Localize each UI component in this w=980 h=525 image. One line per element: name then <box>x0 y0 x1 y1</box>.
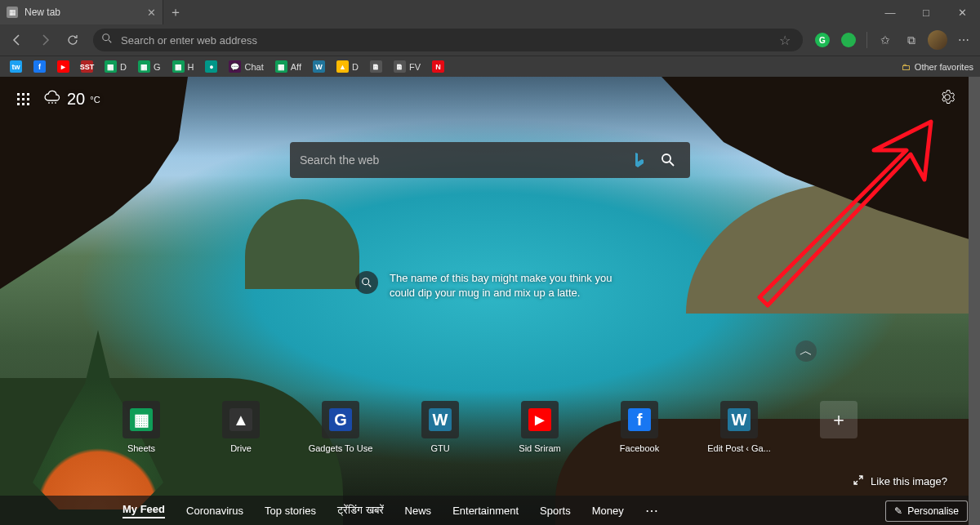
tab-favicon: ▦ <box>7 7 18 18</box>
feed-tab[interactable]: Top stories <box>265 505 316 517</box>
tile-icon: W <box>720 401 758 438</box>
feed-tab[interactable]: News <box>405 505 432 517</box>
vertical-scrollbar[interactable] <box>969 77 980 525</box>
svg-rect-6 <box>27 98 29 100</box>
bookmark-label: Chat <box>244 62 263 72</box>
bookmark-icon: W <box>313 60 325 73</box>
bookmark-icon: ● <box>205 60 217 73</box>
bookmark-item[interactable]: 💬Chat <box>225 59 266 74</box>
feed-tab[interactable]: ट्रेंडिंग खबरें <box>337 504 384 517</box>
feed-tab[interactable]: Money <box>592 505 624 517</box>
bookmark-icon: 💬 <box>229 60 241 73</box>
bookmark-item[interactable]: f <box>30 59 49 74</box>
bookmark-item[interactable]: ► <box>54 59 73 74</box>
other-favorites-folder[interactable]: 🗀 Other favorites <box>902 62 973 72</box>
bookmark-item[interactable]: ▦H <box>169 59 198 74</box>
svg-rect-2 <box>22 93 24 96</box>
page-settings-gear-icon[interactable] <box>939 89 956 109</box>
feed-nav-bar: My FeedCoronavirusTop storiesट्रेंडिंग ख… <box>0 496 980 525</box>
svg-rect-3 <box>27 93 29 96</box>
collections-button[interactable]: ⧉ <box>900 29 923 51</box>
new-tab-page: 20°C Search the web The name of this bay… <box>0 77 980 525</box>
tile-label: Edit Post ‹ Ga... <box>707 443 771 453</box>
svg-rect-5 <box>22 98 24 100</box>
bookmark-item[interactable]: 🗎FV <box>390 59 424 74</box>
search-placeholder: Search the web <box>300 153 623 167</box>
hint-search-icon <box>355 271 378 294</box>
bookmark-icon: ▦ <box>105 60 117 73</box>
app-launcher-icon[interactable] <box>16 92 31 107</box>
bookmark-item[interactable]: 🗎 <box>367 59 385 74</box>
tile-label: GTU <box>430 443 449 453</box>
favorites-button[interactable]: ✩ <box>874 29 897 51</box>
bookmark-label: D <box>352 62 359 72</box>
image-hint[interactable]: The name of this bay might make you thin… <box>355 271 625 300</box>
feed-tab[interactable]: Entertainment <box>452 505 519 517</box>
bookmark-icon: ► <box>57 60 69 73</box>
svg-rect-1 <box>17 93 20 96</box>
tile-icon: f <box>621 401 658 438</box>
bookmark-icon: 🗎 <box>370 60 382 73</box>
address-bar[interactable]: Search or enter web address ☆ <box>93 29 803 51</box>
quick-link-tile[interactable]: WGTU <box>407 401 474 453</box>
bing-logo-icon <box>633 152 646 168</box>
bookmark-icon: ▦ <box>172 60 185 73</box>
refresh-button[interactable] <box>60 28 85 52</box>
tile-label: Sheets <box>127 443 155 453</box>
close-window-button[interactable]: ✕ <box>944 0 980 24</box>
weather-temp: 20 <box>67 90 85 109</box>
feed-more-button[interactable]: ⋯ <box>645 503 660 518</box>
quick-link-tile[interactable]: fFacebook <box>606 401 673 453</box>
bookmark-item[interactable]: ▦Aff <box>272 59 305 74</box>
bookmark-label: D <box>120 62 127 72</box>
weather-widget[interactable]: 20°C <box>42 89 100 109</box>
menu-button[interactable]: ⋯ <box>952 29 975 51</box>
minimize-button[interactable]: — <box>872 0 908 24</box>
weather-unit: °C <box>90 95 100 105</box>
bookmark-item[interactable]: ▦G <box>135 59 164 74</box>
bookmark-label: Aff <box>291 62 301 72</box>
favorite-star-icon[interactable]: ☆ <box>775 33 795 48</box>
svg-point-0 <box>103 34 109 41</box>
tile-icon: ▦ <box>122 401 160 438</box>
web-search-box[interactable]: Search the web <box>290 142 690 178</box>
quick-link-tile[interactable]: GGadgets To Use <box>307 401 374 453</box>
extension-green[interactable] <box>837 29 860 51</box>
bookmark-label: G <box>154 62 161 72</box>
like-image-button[interactable]: Like this image? <box>853 474 947 488</box>
forward-button[interactable] <box>33 28 57 52</box>
quick-link-tile[interactable]: ▦Sheets <box>108 401 175 453</box>
scroll-up-chevron[interactable]: ︿ <box>795 340 817 362</box>
bookmark-item[interactable]: ● <box>202 59 220 74</box>
personalise-label: Personalise <box>907 505 959 517</box>
bookmark-item[interactable]: tw <box>7 59 25 74</box>
profile-avatar[interactable] <box>926 29 949 51</box>
bookmark-icon: tw <box>10 60 22 73</box>
quick-link-tile[interactable]: ▲Drive <box>207 401 274 453</box>
add-quick-link[interactable]: ＋ <box>805 401 872 453</box>
personalise-button[interactable]: ✎ Personalise <box>885 501 968 522</box>
other-favorites-label: Other favorites <box>915 62 973 72</box>
feed-tab[interactable]: Sports <box>540 505 571 517</box>
feed-tab[interactable]: My Feed <box>122 503 165 518</box>
search-submit-icon[interactable] <box>656 148 680 172</box>
browser-tab[interactable]: ▦ New tab ✕ <box>0 0 163 24</box>
bookmark-icon: ▲ <box>336 60 349 73</box>
quick-link-tile[interactable]: ►Sid Sriram <box>506 401 573 453</box>
bookmark-item[interactable]: SST <box>78 59 96 74</box>
hint-text: The name of this bay might make you thin… <box>390 271 625 300</box>
back-button[interactable] <box>5 28 29 52</box>
maximize-button[interactable]: □ <box>908 0 944 24</box>
new-tab-button[interactable]: ＋ <box>163 0 188 24</box>
extension-grammarly[interactable]: G <box>811 29 834 51</box>
feed-tab[interactable]: Coronavirus <box>186 505 243 517</box>
bookmark-item[interactable]: ▦D <box>101 59 130 74</box>
bookmark-icon: f <box>33 60 46 73</box>
bookmark-item[interactable]: W <box>310 59 328 74</box>
close-tab-icon[interactable]: ✕ <box>147 7 156 19</box>
svg-point-10 <box>662 154 670 162</box>
bookmark-item[interactable]: N <box>429 59 448 74</box>
quick-link-tile[interactable]: WEdit Post ‹ Ga... <box>706 401 773 453</box>
folder-icon: 🗀 <box>902 62 911 72</box>
bookmark-item[interactable]: ▲D <box>333 59 362 74</box>
